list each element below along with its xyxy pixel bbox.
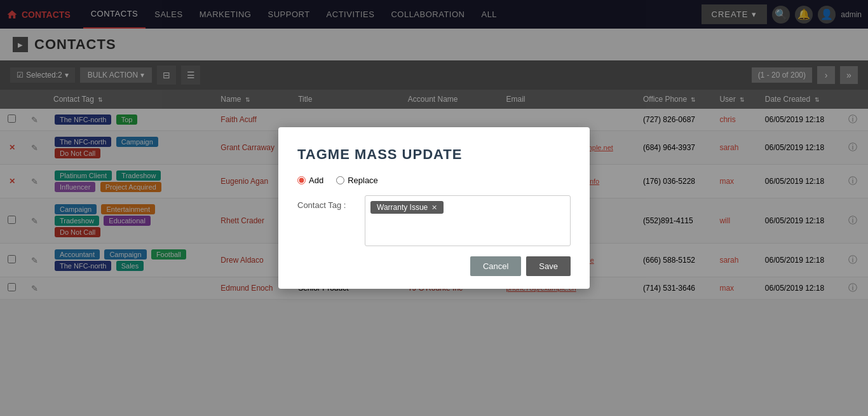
tagme-mass-update-modal: TAGME MASS UPDATE Add Replace Contact Ta… [278, 127, 590, 289]
selected-tag: Warranty Issue ✕ [370, 201, 444, 214]
modal-overlay[interactable]: TAGME MASS UPDATE Add Replace Contact Ta… [0, 0, 868, 300]
tag-label: Warranty Issue [377, 203, 428, 212]
radio-replace-label[interactable]: Replace [336, 176, 378, 185]
field-label: Contact Tag : [297, 195, 355, 210]
remove-tag-button[interactable]: ✕ [431, 204, 437, 212]
modal-title: TAGME MASS UPDATE [297, 146, 571, 163]
modal-field-row: Contact Tag : Warranty Issue ✕ [297, 195, 571, 246]
modal-buttons: Cancel Save [297, 256, 571, 276]
radio-add[interactable] [297, 176, 306, 184]
cancel-button[interactable]: Cancel [470, 256, 521, 276]
radio-add-label[interactable]: Add [297, 176, 323, 185]
modal-radio-group: Add Replace [297, 176, 571, 185]
save-button[interactable]: Save [526, 256, 571, 276]
radio-replace[interactable] [336, 176, 344, 184]
tag-input-area[interactable]: Warranty Issue ✕ [365, 195, 571, 246]
